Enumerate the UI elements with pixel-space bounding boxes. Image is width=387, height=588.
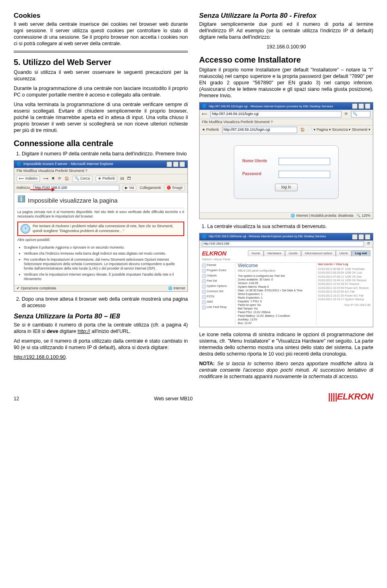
fact: Panel PSU: 13.6V 200mA [238,311,314,314]
window-title: Impossibile trovare il server - Microsof… [23,162,113,167]
minimize-icon[interactable] [352,103,358,109]
tab-logout[interactable]: Log out [352,250,370,256]
favorites-button[interactable]: ★ Preferiti [96,176,117,182]
tab-home[interactable]: Home [248,250,264,256]
tab-hardware[interactable]: Hardware [264,250,285,256]
username-input[interactable] [279,158,330,165]
back-button[interactable]: ⟵ Indietro [17,176,40,182]
figure-welcome: 🌐 http://192.168.0.100/home.cgi - Window… [199,233,373,327]
sidebar-item[interactable]: PSTN [202,294,233,299]
maximize-icon[interactable] [358,103,364,109]
fact: Radio Expanders: 1 [238,296,314,300]
fact: Auxiliary: 13.6V [238,318,314,322]
minimize-icon[interactable] [352,234,358,240]
stop-icon[interactable]: ✖ [52,176,55,181]
fact: Zones available: 30 Used: 0 [238,278,314,282]
window-title: http://87.248.59.101/login.cgi - Windows… [209,105,333,109]
other-option-4: Verificare che le impostazioni Internet … [24,272,184,281]
tab-url[interactable]: http://87.248.59.101/login.cgi [222,127,298,133]
fact: Date: 14:38:50 Date: 07/01/2013 > Set Da… [238,289,314,293]
search-button[interactable]: 🔍 Cerca [72,176,92,182]
home-icon[interactable]: 🏠 [64,176,69,181]
menubar[interactable]: File Modifica Visualizza Preferiti Strum… [200,119,373,126]
your-ip: Your IP 192.168.0.80 [318,303,370,307]
minimize-icon[interactable] [166,161,172,167]
other-option-2: Verificare che l'indirizzo immesso nella… [24,251,184,256]
search-input[interactable]: 🔍 [351,111,370,117]
event-row: 01/01/2013 10:29:58 Power A/C Restore [318,287,370,290]
section-5-p2: Durante la programmazione di una central… [14,85,188,98]
url-input[interactable]: http://87.248.59.101/login.cgi [210,111,341,117]
sidebar: Panneli Program Zones Outputs Part Set S… [202,263,235,325]
page-icon[interactable]: 📄 ▾ Pagina ▾ Sicurezza ▾ Strumenti ▾ [308,128,370,132]
maximize-icon[interactable] [173,161,179,167]
url-input[interactable]: http://192.168.0.100/ [202,241,364,247]
close-icon[interactable] [179,161,185,167]
ie8-url: http://192.168.0.100:90. [14,354,188,360]
fact: Panel lid open: No [238,303,314,307]
window-title: http://192.168.0.100/home.cgi - Windows … [209,235,326,239]
sidebar-item[interactable]: Panneli [202,263,233,268]
event-row: 01/01/2013 12:52:28 KC Restore [318,282,370,286]
other-option-1: Scegliere il pulsante Aggiorna o riprova… [24,245,184,250]
event-row: 01/01/2013 10:22:04 A/C Fail [318,290,370,293]
back-icon[interactable]: ⟵ [202,112,207,117]
home-icon[interactable]: 🏠 [300,128,305,132]
ie8-heading: Senza Utilizzare la Porta 80 – IE8 [14,312,188,321]
status-right: 🌐 Internet [168,286,185,291]
sidebar-item[interactable]: Outputs [202,273,233,278]
print-icon[interactable]: 🗔 [127,176,131,181]
forward-icon[interactable]: ⟶ [43,176,48,181]
refresh-icon[interactable]: ⟳ [367,241,370,246]
refresh-icon[interactable]: ⟳ [345,112,348,117]
help-text: Per tentare di risolvere i problemi rela… [33,224,181,234]
help-icon: ? [21,224,30,234]
welcome-title: Welcome [238,263,314,269]
event-row: 01/01/2013 10:21:35 Power A/C Fail [318,294,370,297]
username-label: Nome Utente [242,159,275,164]
brand-logo: ELKRON [202,249,226,257]
close-icon[interactable] [365,103,370,109]
section-5-intro: Quando si utilizza il web server osserva… [14,69,188,82]
other-options-label: Altre opzioni possibili: [17,238,184,242]
maximize-icon[interactable] [358,234,364,240]
figure-ie-error: 🌐 Impossibile trovare il server - Micros… [14,160,188,292]
go-button[interactable]: ▶ Vai [123,185,136,191]
event-row: 01/01/2013 10:49:14 1209 OK Restore [318,279,370,282]
links-label[interactable]: Collegamenti [139,186,161,190]
login-button[interactable]: log in [275,184,298,191]
fact: The system is configured as: Part Set [238,274,314,278]
tab-users[interactable]: Utenti [336,250,352,256]
sidebar-item[interactable]: Line Fault Resp [202,305,233,310]
snagit-button[interactable]: 🔴 SnagIt [164,185,185,191]
tab-outputs[interactable]: Uscite [285,250,301,256]
password-input[interactable] [279,171,330,178]
info-icon: ℹ️ [17,195,25,203]
connection-step-2: Dopo una breve attesa il browser web del… [22,296,188,309]
page-number: 12 [14,396,38,402]
address-input[interactable]: http://192.168.0.100 [33,185,120,191]
window-icon: 🌐 [202,104,206,109]
events-heading[interactable]: last events » View Log [318,263,370,266]
fact: Bell Tamper: No [238,307,314,311]
fact: Wired Expanders: 1 [238,293,314,296]
firefox-heading: Senza Utilizzare la Porta 80 - Firefox [199,11,373,20]
error-heading: Impossibile visualizzare la pagina [28,197,118,204]
close-icon[interactable] [365,234,370,240]
login-panel: Nome Utente Password log in [234,145,339,199]
media-icon[interactable]: 🖂 [121,176,124,181]
tab-sectors[interactable]: Informazioni settori [301,250,336,256]
breadcrumb: Sistemi > Abuse Panel [202,257,370,263]
fav-icon[interactable]: ★ Preferiti [202,128,219,132]
sidebar-item[interactable]: System Options [202,284,233,289]
address-label: Indirizzo [17,186,30,190]
connection-step-1: Digitare il numero IP della centrale nel… [22,151,188,157]
menubar[interactable]: File Modifica Visualizza Preferiti Strum… [14,168,187,175]
sidebar-item[interactable]: Program Zones [202,268,233,273]
welcome-step-1: La centrale visualizza la sua schermata … [207,223,373,230]
sidebar-item[interactable]: SMS [202,299,233,305]
sidebar-item[interactable]: Part Set [202,278,233,284]
refresh-icon[interactable]: ⟳ [58,176,61,181]
sidebar-item[interactable]: Commun Set [202,289,233,294]
error-body-1: La pagina cercata non è al momento dispo… [17,210,184,219]
